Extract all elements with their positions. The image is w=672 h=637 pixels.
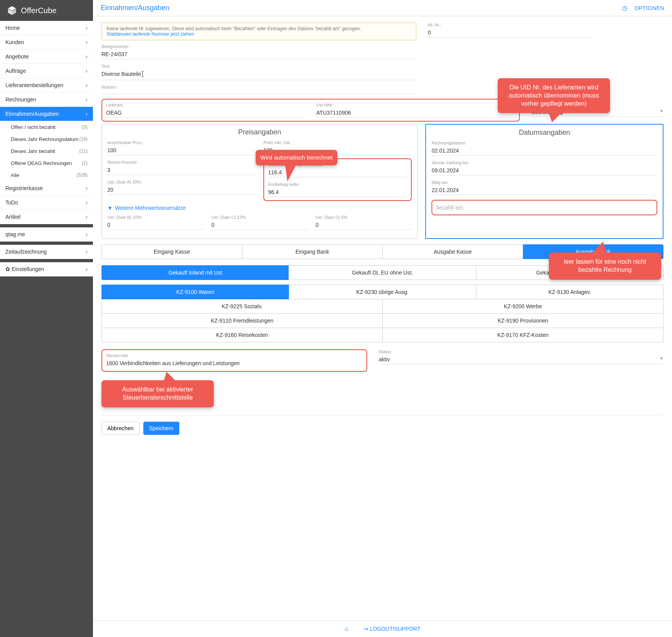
kz-seg[interactable]: KZ-9200 Werbe — [383, 299, 663, 314]
sidebar-item[interactable]: ToDo› — [0, 196, 93, 210]
chevron-right-icon: › — [86, 53, 88, 60]
save-button[interactable]: Speichern — [143, 422, 179, 435]
lfd-nr-label: lfd. Nr.: — [428, 22, 593, 27]
clock-icon[interactable]: ◷ — [622, 4, 627, 12]
chevron-down-icon: ▼ — [660, 109, 663, 115]
steuercode-input[interactable]: 1600 Verbindlichkeiten aus Lieferungen u… — [106, 359, 363, 368]
bezahlt-am-box: bezahlt am: — [431, 200, 657, 215]
sidebar-item[interactable]: Artikel› — [0, 210, 93, 224]
chevron-right-icon: › — [86, 68, 88, 74]
chevron-right-icon: › — [86, 39, 88, 45]
text-cursor-icon — [141, 71, 144, 78]
sidebar-subitem[interactable]: Alle(526) — [0, 169, 93, 181]
skonto-proz-input[interactable]: 3 — [107, 165, 256, 175]
sidebar-item[interactable]: Home› — [0, 21, 93, 35]
steuercode-label: Steuercode — [106, 353, 363, 358]
chevron-right-icon: › — [86, 266, 88, 272]
sidebar-subitem[interactable]: Offen / nicht bezahlt(3) — [0, 121, 93, 133]
sidebar-item[interactable]: qtag.me› — [0, 227, 93, 242]
lieferant-label: Lieferant — [106, 103, 305, 107]
lfd-nr-value[interactable]: 0 — [428, 28, 593, 38]
kz-seg[interactable]: KZ-9130 Anlagev. — [476, 285, 663, 299]
sidebar-subitem[interactable]: Dieses Jahr Rechnungsdatum(14) — [0, 133, 93, 145]
chevron-right-icon: › — [86, 82, 88, 88]
chevron-right-icon: › — [86, 231, 88, 237]
kz-seg[interactable]: KZ-9225 Sozialv. — [101, 299, 383, 314]
chevron-right-icon: › — [86, 199, 88, 206]
sidebar-item[interactable]: Angebote› — [0, 50, 93, 64]
callout-auto-calc: Wird automatisch berechnet — [256, 150, 337, 165]
chevron-right-icon: › — [86, 25, 88, 31]
ust-a-input[interactable]: 20 — [107, 185, 256, 195]
sidebar-subitem[interactable]: Dieses Jahr bezahlt(11) — [0, 145, 93, 157]
kz-group: KZ-9100 WarenKZ-9230 übrige Ausg.KZ-9130… — [101, 285, 663, 342]
sidebar-item-settings[interactable]: ✿ Einstellungen › — [0, 262, 93, 276]
cancel-button[interactable]: Abbrechen — [101, 422, 139, 435]
kz-seg[interactable]: KZ-9110 Fremdleistungen — [101, 314, 383, 328]
price-title: Preisangaben — [107, 128, 412, 136]
chevron-down-icon: ▼ — [660, 356, 663, 362]
faellig-input[interactable]: 22.01.2024 — [431, 185, 657, 195]
sidebar-subitem[interactable]: Offene OEAG Rechnungen(2) — [0, 157, 93, 169]
logout-icon: ↪ — [364, 626, 368, 632]
steuercode-box: Steuercode 1600 Verbindlichkeiten aus Li… — [101, 349, 367, 372]
dates-title: Datumsangaben — [431, 129, 657, 137]
belegnummer-input[interactable]: RE-24/037 — [101, 50, 416, 59]
direction-seg[interactable]: Ausgabe Kasse — [382, 244, 523, 259]
options-link[interactable]: OPTIONEN — [634, 5, 664, 11]
text-input[interactable]: Diverse Bauteile — [101, 69, 416, 80]
triangle-down-icon: ▼ — [107, 205, 113, 211]
skonto-bis-input[interactable]: 09.01.2024 — [431, 166, 657, 175]
kz-seg[interactable]: KZ-9160 Reisekosten — [101, 328, 383, 342]
ust-b-input[interactable]: 0 — [107, 220, 204, 230]
chevron-right-icon: › — [86, 96, 88, 103]
gear-icon: ✿ — [5, 266, 10, 272]
text-label: Text: — [101, 64, 416, 69]
belegnummer-label: Belegnummer: — [101, 44, 416, 49]
cube-icon — [7, 5, 17, 15]
ustid-label: Ust-IdNr: — [316, 103, 515, 107]
ust-d-input[interactable]: 0 — [316, 220, 412, 230]
price-section: Preisangaben anrechenbar Proz.:100 Skont… — [101, 124, 418, 239]
supplier-box: Lieferant OEAG Ust-IdNr: ATU37110906 — [101, 99, 520, 122]
kz-seg[interactable]: KZ-9100 Waren — [101, 285, 289, 299]
callout-empty-paid: leer lassen für eine noch nicht bezahlte… — [549, 252, 661, 280]
ust-c-input[interactable]: 0 — [211, 220, 308, 230]
end-netto-value: 96.4 — [268, 187, 407, 197]
sidebar-item[interactable]: Lieferantenbestellungen› — [0, 78, 93, 93]
status-label: Status: — [379, 349, 663, 354]
kz-seg[interactable]: KZ-9230 übrige Ausg. — [289, 285, 476, 299]
direction-seg[interactable]: Eingang Bank — [242, 244, 383, 259]
hint-box: Keine laufende Nr zugewiesen. Diese wird… — [101, 22, 416, 40]
notizen-input[interactable] — [101, 90, 416, 94]
sidebar-item[interactable]: Kunden› — [0, 35, 93, 50]
kz-seg[interactable]: KZ-9170 KFZ-Kosten — [383, 328, 663, 342]
kz-seg[interactable]: KZ-9190 Provisionen — [383, 314, 663, 328]
logout-link[interactable]: ↪ LOGOUT/SUPPORT — [364, 626, 420, 632]
home-icon[interactable]: ⌂ — [345, 625, 349, 632]
chevron-right-icon: › — [86, 185, 88, 191]
sidebar-item[interactable]: Einnahmen/Ausgaben› — [0, 107, 93, 121]
purchase-seg[interactable]: Gekauft DL EU ohne Ust. — [289, 265, 476, 280]
status-select[interactable]: aktiv▼ — [379, 355, 663, 364]
direction-seg[interactable]: Eingang Kasse — [101, 244, 242, 259]
callout-steuercode: Auswählbar bei aktivierter Steuerberater… — [101, 380, 214, 407]
hint-link[interactable]: Stattdessen laufende Nummer jetzt ziehen — [107, 31, 194, 37]
chevron-right-icon: › — [86, 249, 88, 255]
expand-vat[interactable]: ▼Weitere Mehrwertsteuersätze — [107, 205, 412, 211]
rechnungsdatum-input[interactable]: 02.01.2024 — [431, 146, 657, 156]
lieferant-input[interactable]: OEAG — [106, 108, 305, 118]
notizen-label: Notizen: — [101, 85, 416, 89]
dates-section: Datumsangaben Rechnungsdatum:02.01.2024 … — [425, 124, 663, 239]
sidebar-item[interactable]: Registrierkasse› — [0, 181, 93, 196]
proz-input[interactable]: 100 — [107, 146, 256, 155]
sidebar-item[interactable]: Aufträge› — [0, 64, 93, 78]
page-title: Einnahmen/Ausgaben — [101, 4, 169, 12]
bezahlt-am-input[interactable]: bezahlt am: — [436, 203, 653, 212]
sidebar-item[interactable]: Rechnungen› — [0, 93, 93, 107]
sidebar-item[interactable]: Zeitaufzeichnung› — [0, 245, 93, 259]
brand-text: OfferCube — [21, 6, 57, 15]
purchase-seg[interactable]: Gekauft Inland mit Ust — [101, 265, 289, 280]
chevron-right-icon: › — [86, 111, 88, 117]
ustid-input[interactable]: ATU37110906 — [316, 108, 515, 118]
